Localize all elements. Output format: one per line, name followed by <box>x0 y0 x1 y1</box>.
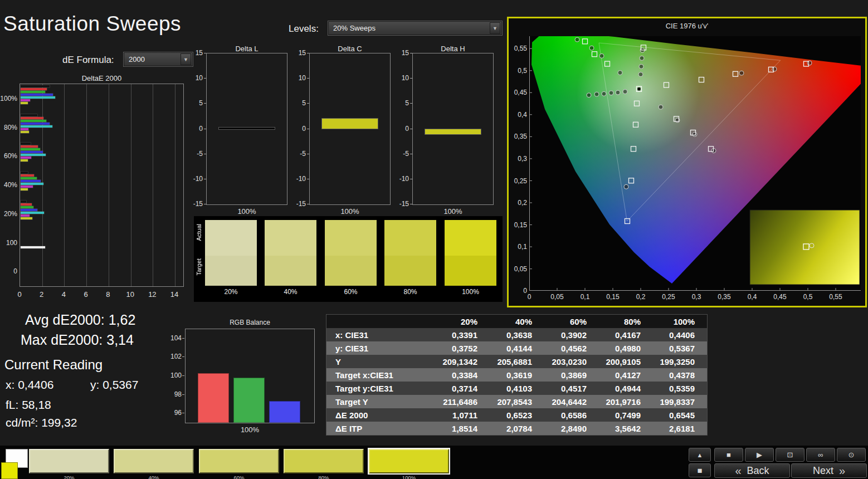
table-cell: 0,4944 <box>598 384 652 393</box>
current-reading-heading: Current Reading <box>4 357 103 373</box>
cie-x-tick-label: 0,1 <box>578 293 592 301</box>
stop-button[interactable]: ■ <box>714 448 743 462</box>
marker-button[interactable]: ⊡ <box>776 448 804 462</box>
deltae-chart: DeltaE 2000 02468101214100%80%60%40%20%1… <box>0 72 185 298</box>
deltae-x-tick-label: 8 <box>103 290 114 299</box>
stop-pattern-icon: ◼ <box>697 467 702 474</box>
deltae-bar <box>21 96 55 99</box>
delta-y-tick-mark <box>204 53 206 53</box>
rgb-balance-plot <box>185 329 315 423</box>
table-cell: 209,1342 <box>434 357 489 366</box>
power-button[interactable]: ⊙ <box>837 448 866 462</box>
swatch-actual <box>384 220 436 256</box>
delta-y-tick-mark <box>307 129 309 129</box>
de-formula-dropdown[interactable]: 2000 ▼ <box>124 52 193 66</box>
table-row-label: y: CIE31 <box>326 344 434 353</box>
bottom-bar: 20%40%60%80%100% ▲◼■▶⊡∞⊙ « Back Next » <box>0 446 868 479</box>
back-button[interactable]: « Back <box>714 463 790 478</box>
cie-x-tick-label: 0,25 <box>661 293 676 301</box>
table-cell: 0,6523 <box>489 410 543 420</box>
deltae-bar <box>21 131 29 133</box>
cie-measured-point <box>772 67 777 71</box>
delta-y-tick-label: 10 <box>394 74 409 82</box>
cie-y-tick-label: 0,25 <box>509 177 527 185</box>
cie-y-tick-label: 0,05 <box>509 265 527 273</box>
delta-y-tick-label: 10 <box>188 74 203 82</box>
table-cell: 0,3869 <box>543 370 598 380</box>
cie-measured-point <box>659 105 663 109</box>
table-cell: 0,6545 <box>652 410 706 420</box>
avg-de2000: Avg dE2000: 1,62 <box>25 312 135 328</box>
deltae-bar <box>21 143 31 145</box>
table-cell: 204,6442 <box>543 397 598 407</box>
play-button[interactable]: ▶ <box>745 448 774 462</box>
cie-x-tick-label: 0,15 <box>606 293 620 301</box>
deltae-bar <box>21 102 28 104</box>
deltae-group-label: 80% <box>0 124 17 131</box>
chevron-double-left-icon: « <box>735 465 741 477</box>
pattern-tile-20%[interactable] <box>29 449 109 473</box>
table-header-cell: 20% <box>434 317 489 326</box>
deltae-gridline <box>64 84 65 286</box>
delta-y-tick-label: 5 <box>291 99 306 107</box>
table-cell: 199,3250 <box>652 357 706 366</box>
deltae-bar <box>21 114 37 116</box>
swatch-target <box>265 256 316 286</box>
deltae-group-label: 20% <box>0 210 17 218</box>
delta-y-tick-mark <box>410 129 412 129</box>
delta-y-tick-mark <box>410 154 412 154</box>
table-cell: 2,8490 <box>543 424 598 433</box>
current-cdm2: cd/m²: 199,32 <box>6 416 77 429</box>
deltae-bar <box>21 154 46 156</box>
pattern-tile-label: 20% <box>29 475 109 479</box>
table-row-label: Target y:CIE31 <box>326 384 434 393</box>
deltae-bar <box>21 88 47 90</box>
pattern-tile-60%[interactable] <box>199 449 279 473</box>
continuous-button[interactable]: ∞ <box>806 448 835 462</box>
delta-chart-delta-c: Delta C151050-5-10-15100% <box>309 45 391 218</box>
levels-label: Levels: <box>289 23 319 35</box>
swatch-20% <box>205 220 257 286</box>
levels-dropdown[interactable]: 20% Sweeps ▼ <box>328 21 502 35</box>
table-cell: 0,3391 <box>434 330 489 340</box>
target-row-label: Target <box>196 258 202 276</box>
delta-y-tick-label: -15 <box>394 200 409 208</box>
table-row: ΔE ITP1,85142,07842,84903,56422,6181 <box>326 422 707 435</box>
table-cell: 0,4103 <box>489 384 543 393</box>
delta-y-tick-mark <box>410 78 412 79</box>
deltae-gridline <box>109 84 109 286</box>
pattern-tile-100%[interactable] <box>369 449 449 473</box>
delta-y-tick-label: 0 <box>188 125 203 133</box>
stop-pattern-button[interactable]: ◼ <box>689 463 711 477</box>
current-y: y: 0,5367 <box>90 378 138 392</box>
delta-y-tick-label: -15 <box>291 200 306 208</box>
table-row: Target Y211,6486207,8543204,6442201,9716… <box>326 395 707 408</box>
table-cell: 1,8514 <box>434 424 489 433</box>
cie-measured-point <box>616 90 620 95</box>
table-row: ΔE 20001,07110,65230,65860,74990,6545 <box>326 408 707 422</box>
swatch-label: 40% <box>265 288 316 296</box>
table-row-label: Y <box>326 357 434 366</box>
eject-button[interactable]: ▲ <box>689 448 711 462</box>
pattern-tile-80%[interactable] <box>284 449 364 473</box>
table-cell: 0,3619 <box>489 370 543 380</box>
table-cell: 0,3638 <box>489 330 543 340</box>
pattern-tile-40%[interactable] <box>114 449 194 473</box>
eject-icon: ▲ <box>697 452 703 458</box>
deltae-bar <box>21 145 38 148</box>
swatch-actual <box>325 220 377 256</box>
pattern-tile-label: 60% <box>199 475 279 479</box>
swatch-label: 20% <box>205 288 257 296</box>
deltae-group-label: 0 <box>0 267 17 275</box>
deltae-bar <box>21 217 32 219</box>
cie-measured-point <box>589 46 594 50</box>
deltae-gridline <box>153 84 153 286</box>
deltae-bar <box>21 151 43 153</box>
deltae-x-tick-label: 6 <box>80 290 91 299</box>
delta-y-tick-mark <box>307 103 309 104</box>
table-row-label: ΔE ITP <box>326 424 434 433</box>
table-cell: 0,3384 <box>434 370 489 380</box>
table-cell: 0,6586 <box>543 410 598 420</box>
table-row: x: CIE310,33910,36380,39020,41670,4406 <box>326 328 707 341</box>
next-button[interactable]: Next » <box>791 463 867 478</box>
